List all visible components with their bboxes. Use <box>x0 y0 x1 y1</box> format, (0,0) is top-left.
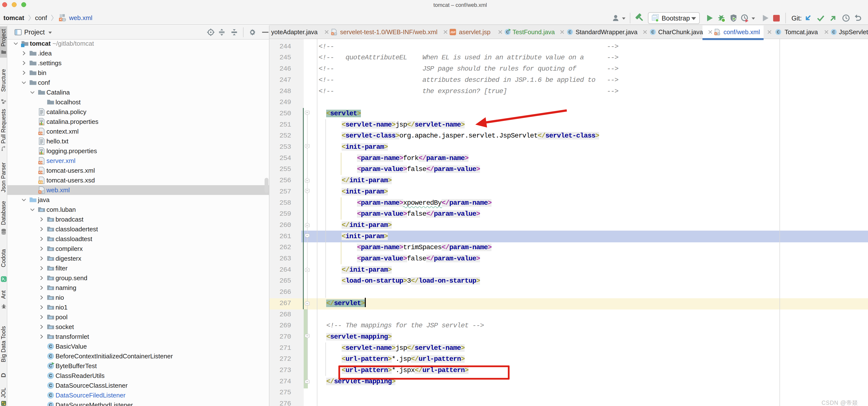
svg-text:<>: <> <box>39 132 42 135</box>
svg-text:C: C <box>506 30 509 34</box>
svg-text:C: C <box>49 383 52 388</box>
svg-text:<>: <> <box>39 161 42 164</box>
svg-text:<: < <box>332 32 334 35</box>
svg-text:XS: XS <box>39 180 42 184</box>
svg-text:<>: <> <box>39 171 42 174</box>
svg-text:<: < <box>39 190 41 194</box>
svg-text:C: C <box>49 354 52 359</box>
svg-text:C: C <box>777 30 779 34</box>
svg-text:C: C <box>49 364 52 368</box>
svg-text:C: C <box>568 30 571 34</box>
svg-text:C: C <box>49 373 52 378</box>
svg-text:C: C <box>49 403 52 406</box>
svg-text:<: < <box>715 32 717 35</box>
svg-text:C: C <box>832 30 835 34</box>
svg-text:C: C <box>49 344 52 349</box>
svg-text:C: C <box>49 393 52 398</box>
svg-text:<: < <box>60 18 62 21</box>
svg-text:JSP: JSP <box>450 31 456 34</box>
svg-text:C: C <box>651 30 654 34</box>
